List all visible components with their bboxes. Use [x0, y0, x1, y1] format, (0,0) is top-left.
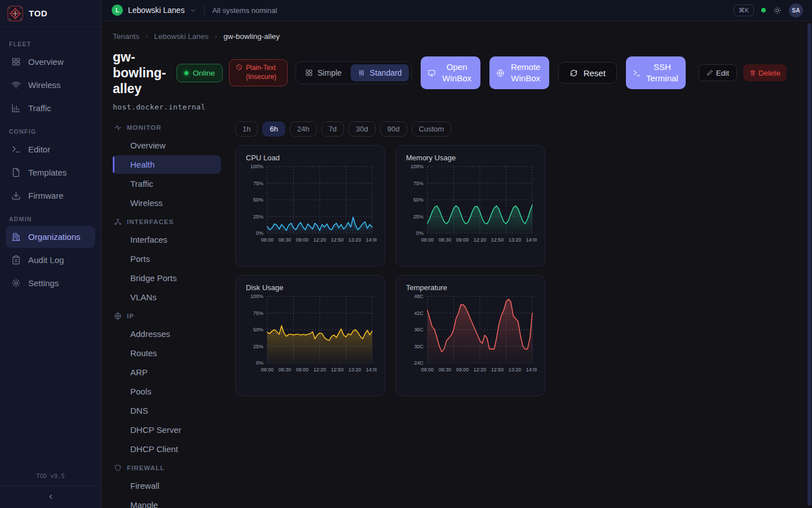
subnav-item-firewall[interactable]: Firewall: [113, 476, 221, 495]
reset-label: Reset: [584, 68, 606, 78]
svg-text:08:00: 08:00: [261, 237, 274, 243]
edit-button[interactable]: Edit: [699, 64, 737, 81]
subnav-item-dhcp-client[interactable]: DHCP Client: [113, 440, 221, 458]
sidebar-nav: FLEET Overview Wireless Traffic CONFIG E…: [0, 27, 101, 467]
chart-card-temperature: Temperature 48C42C36C30C24C08:0008:3009:…: [395, 275, 545, 396]
time-range-24h[interactable]: 24h: [290, 121, 317, 137]
svg-text:50%: 50%: [413, 197, 423, 203]
subnav-section-interfaces: INTERFACES: [113, 213, 221, 230]
svg-text:30C: 30C: [414, 344, 423, 349]
sidebar-item-label: Editor: [28, 144, 50, 154]
view-mode-standard[interactable]: Standard: [351, 64, 409, 81]
grid-icon: [305, 69, 313, 77]
open-winbox-label: Open WinBox: [440, 62, 473, 85]
sidebar-item-audit-log[interactable]: Audit Log: [6, 249, 95, 271]
terminal-icon: [11, 144, 21, 154]
sidebar-item-label: Organizations: [28, 232, 81, 242]
page-scrollbar[interactable]: [807, 23, 811, 506]
disk-usage-chart: 100%75%50%25%0%08:0008:3009:0012:2012:50…: [245, 293, 377, 382]
terminal-icon: [633, 69, 641, 77]
subnav-item-ports[interactable]: Ports: [113, 249, 221, 268]
sidebar-item-editor[interactable]: Editor: [6, 138, 95, 160]
ssh-terminal-label: SSH Terminal: [646, 62, 678, 85]
sidebar-item-overview[interactable]: Overview: [6, 51, 95, 73]
time-range-1h[interactable]: 1h: [235, 121, 258, 137]
delete-button[interactable]: Delete: [743, 64, 787, 81]
topbar: L Lebowski Lanes All systems nominal ⌘K …: [102, 0, 812, 21]
subnav-section-firewall: FIREWALL: [113, 459, 221, 476]
shield-icon: [114, 464, 122, 472]
breadcrumb-tenant[interactable]: Lebowski Lanes: [154, 32, 209, 41]
subnav-item-mangle[interactable]: Mangle: [113, 496, 221, 508]
sidebar-section-config: CONFIG: [6, 128, 95, 135]
subnav-item-routes[interactable]: Routes: [113, 344, 221, 362]
user-avatar[interactable]: SA: [789, 3, 803, 17]
subnav-item-interfaces[interactable]: Interfaces: [113, 230, 221, 249]
chart-title: Disk Usage: [246, 283, 376, 292]
tenant-switcher[interactable]: L Lebowski Lanes: [112, 5, 197, 16]
delete-label: Delete: [758, 69, 780, 77]
connection-status-dot: [761, 8, 766, 12]
sidebar-item-traffic[interactable]: Traffic: [6, 97, 95, 119]
svg-text:25%: 25%: [413, 214, 423, 220]
subnav-item-pools[interactable]: Pools: [113, 382, 221, 401]
sidebar-item-wireless[interactable]: Wireless: [6, 74, 95, 96]
svg-text:08:00: 08:00: [261, 367, 274, 373]
remote-winbox-button[interactable]: Remote WinBox: [489, 56, 549, 89]
grid-icon: [11, 57, 21, 67]
sidebar-item-label: Overview: [28, 57, 64, 67]
open-winbox-button[interactable]: Open WinBox: [421, 56, 480, 89]
globe-icon: [114, 312, 122, 320]
svg-text:0%: 0%: [416, 230, 423, 236]
chart-card-disk-usage: Disk Usage 100%75%50%25%0%08:0008:3009:0…: [235, 275, 385, 396]
sidebar-item-label: Firmware: [28, 191, 64, 200]
subnav-item-health[interactable]: Health: [113, 155, 221, 174]
breadcrumb: Tenants Lebowski Lanes gw-bowling-alley: [113, 32, 807, 41]
time-range-90d[interactable]: 90d: [380, 121, 407, 137]
subnav-item-arp[interactable]: ARP: [113, 363, 221, 382]
subnav-item-traffic[interactable]: Traffic: [113, 174, 221, 193]
sidebar-item-templates[interactable]: Templates: [6, 161, 95, 183]
theme-toggle-button[interactable]: [773, 6, 782, 15]
chevron-down-icon: [189, 7, 197, 14]
time-range-7d[interactable]: 7d: [321, 121, 344, 137]
app-logo-icon: [7, 6, 23, 21]
view-mode-standard-label: Standard: [370, 68, 402, 77]
ssh-terminal-button[interactable]: SSH Terminal: [626, 56, 686, 89]
chevron-left-icon: [47, 493, 55, 501]
sidebar-section-fleet: FLEET: [6, 41, 95, 47]
time-range-6h[interactable]: 6h: [262, 121, 285, 137]
subnav-item-dns[interactable]: DNS: [113, 401, 221, 420]
subnav-item-dhcp-server[interactable]: DHCP Server: [113, 421, 221, 439]
sidebar-collapse-button[interactable]: [0, 487, 101, 507]
view-mode-simple[interactable]: Simple: [298, 64, 348, 81]
health-panel: 1h 6h 24h 7d 30d 90d Custom CPU Load 100…: [235, 119, 545, 508]
subnav-item-overview[interactable]: Overview: [113, 136, 221, 155]
subnav-item-vlans[interactable]: VLANs: [113, 288, 221, 306]
file-icon: [11, 168, 21, 177]
svg-text:13:20: 13:20: [509, 237, 522, 243]
chevron-right-icon: [213, 33, 219, 40]
command-palette-button[interactable]: ⌘K: [734, 5, 754, 16]
svg-text:08:30: 08:30: [279, 367, 292, 373]
chevron-right-icon: [143, 33, 150, 40]
subnav-item-bridge-ports[interactable]: Bridge Ports: [113, 269, 221, 287]
subnav-item-addresses[interactable]: Addresses: [113, 325, 221, 343]
time-range-30d[interactable]: 30d: [348, 121, 376, 137]
sidebar-item-firmware[interactable]: Firmware: [6, 185, 95, 207]
app-version: TOD v9.5: [0, 467, 101, 486]
svg-text:100%: 100%: [250, 294, 263, 299]
sidebar-item-label: Wireless: [28, 80, 61, 90]
sidebar-item-organizations[interactable]: Organizations: [6, 226, 95, 248]
time-range-custom[interactable]: Custom: [412, 121, 452, 137]
online-dot: [184, 71, 188, 75]
svg-text:12:20: 12:20: [314, 367, 326, 373]
sidebar-item-settings[interactable]: Settings: [6, 272, 95, 294]
subnav-item-wireless[interactable]: Wireless: [113, 194, 221, 212]
subnav-section-label: INTERFACES: [127, 218, 174, 225]
svg-text:75%: 75%: [253, 181, 263, 186]
scrollbar-thumb[interactable]: [807, 23, 811, 506]
breadcrumb-tenants[interactable]: Tenants: [113, 32, 139, 41]
chart-title: Temperature: [406, 283, 536, 292]
reset-button[interactable]: Reset: [558, 62, 617, 84]
